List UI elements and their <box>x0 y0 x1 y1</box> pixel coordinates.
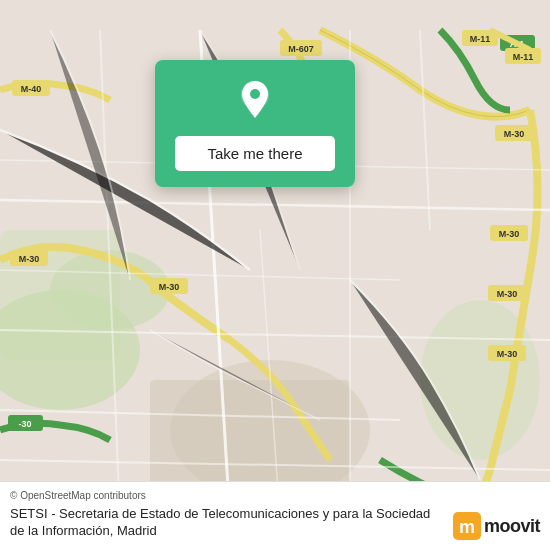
location-title-row: SETSI - Secretaria de Estado de Telecomu… <box>10 505 540 540</box>
moovit-wordmark: moovit <box>484 516 540 537</box>
svg-text:M-30: M-30 <box>497 289 518 299</box>
svg-text:M-30: M-30 <box>19 254 40 264</box>
svg-point-45 <box>250 89 260 99</box>
svg-text:M-30: M-30 <box>499 229 520 239</box>
location-pin-icon <box>233 78 277 122</box>
svg-text:M-11: M-11 <box>513 52 534 62</box>
map-attribution: © OpenStreetMap contributors <box>10 490 540 501</box>
svg-text:M-40: M-40 <box>21 84 42 94</box>
moovit-icon: m <box>453 512 481 540</box>
svg-text:M-30: M-30 <box>497 349 518 359</box>
svg-text:m: m <box>459 517 475 537</box>
location-name: SETSI - Secretaria de Estado de Telecomu… <box>10 505 453 540</box>
bottom-bar: © OpenStreetMap contributors SETSI - Sec… <box>0 481 550 550</box>
svg-text:-30: -30 <box>18 419 31 429</box>
svg-text:M-30: M-30 <box>159 282 180 292</box>
svg-text:M-30: M-30 <box>504 129 525 139</box>
take-me-there-button[interactable]: Take me there <box>175 136 335 171</box>
svg-text:M-607: M-607 <box>288 44 314 54</box>
map-container: M-30 M-30 M-30 M-30 M-30 M-30 M-40 M-607… <box>0 0 550 550</box>
location-card: Take me there <box>155 60 355 187</box>
moovit-logo: m moovit <box>453 512 540 540</box>
svg-text:M-11: M-11 <box>470 34 491 44</box>
